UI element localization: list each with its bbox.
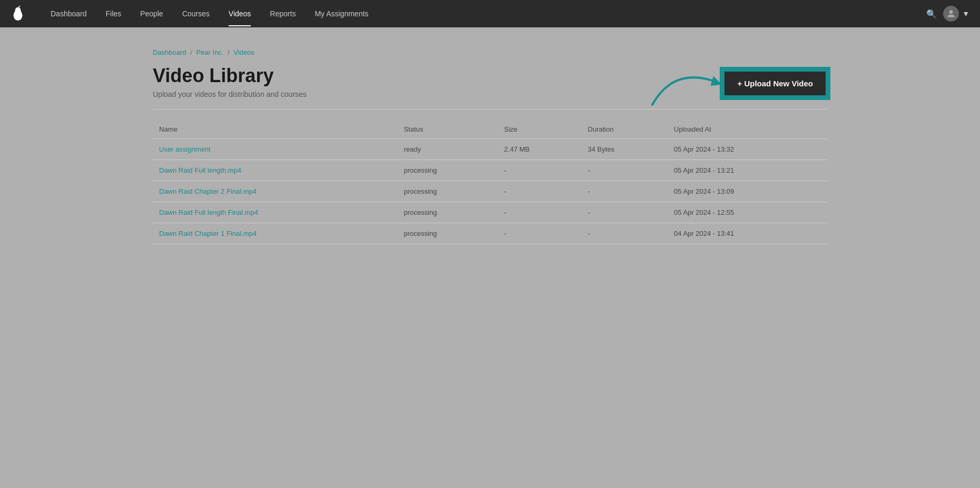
table-header-row: NameStatusSizeDurationUploaded At	[153, 120, 827, 139]
nav-link-people[interactable]: People	[131, 1, 173, 26]
header-right: + Upload New Video	[723, 65, 827, 97]
row-1-status: processing	[397, 160, 497, 181]
breadcrumb-item-0[interactable]: Dashboard	[153, 48, 187, 56]
user-menu[interactable]: ▼	[943, 6, 969, 22]
col-header-name: Name	[153, 120, 397, 139]
table-row: User assignmentready2.47 MB34 Bytes05 Ap…	[153, 139, 827, 160]
video-table: NameStatusSizeDurationUploaded At User a…	[153, 120, 827, 244]
svg-point-1	[15, 7, 21, 14]
row-0-name: User assignment	[153, 139, 397, 160]
divider	[153, 109, 827, 109]
row-2-size: -	[498, 181, 582, 202]
col-header-size: Size	[498, 120, 582, 139]
upload-new-video-button[interactable]: + Upload New Video	[723, 70, 827, 97]
upload-button-wrapper: + Upload New Video	[723, 70, 827, 97]
row-1-size: -	[498, 160, 582, 181]
app-logo[interactable]	[11, 6, 25, 22]
breadcrumb-separator: /	[189, 48, 194, 56]
row-2-duration: -	[582, 181, 668, 202]
avatar	[943, 6, 959, 22]
breadcrumb: Dashboard / Pear Inc. / Videos	[153, 48, 827, 56]
table-row: Dawn Raid Full length Final.mp4processin…	[153, 202, 827, 223]
main-content: Dashboard / Pear Inc. / Videos Video Lib…	[121, 27, 859, 265]
navbar-right: 🔍 ▼	[918, 5, 969, 23]
nav-link-my-assignments[interactable]: My Assignments	[305, 1, 378, 26]
row-1-name: Dawn Raid Full length.mp4	[153, 160, 397, 181]
breadcrumb-item-1[interactable]: Pear Inc.	[196, 48, 223, 56]
row-1-name-link[interactable]: Dawn Raid Full length.mp4	[159, 166, 241, 174]
nav-link-dashboard[interactable]: Dashboard	[41, 1, 96, 26]
row-0-size: 2.47 MB	[498, 139, 582, 160]
table-header: NameStatusSizeDurationUploaded At	[153, 120, 827, 139]
row-2-uploaded-at: 05 Apr 2024 - 13:09	[668, 181, 827, 202]
row-2-name: Dawn Raid Chapter 2 Final.mp4	[153, 181, 397, 202]
row-0-uploaded-at: 05 Apr 2024 - 13:32	[668, 139, 827, 160]
row-1-uploaded-at: 05 Apr 2024 - 13:21	[668, 160, 827, 181]
navbar: DashboardFilesPeopleCoursesVideosReports…	[0, 0, 980, 27]
row-4-uploaded-at: 04 Apr 2024 - 13:41	[668, 223, 827, 244]
svg-point-2	[949, 10, 953, 14]
table-row: Dawn Raid Chapter 2 Final.mp4processing-…	[153, 181, 827, 202]
row-3-size: -	[498, 202, 582, 223]
row-4-name-link[interactable]: Dawn Raid Chapter 1 Final.mp4	[159, 230, 257, 237]
page-subtitle: Upload your videos for distribution and …	[153, 90, 307, 98]
col-header-status: Status	[397, 120, 497, 139]
annotation-arrow	[648, 54, 732, 117]
nav-link-files[interactable]: Files	[96, 1, 131, 26]
col-header-duration: Duration	[582, 120, 668, 139]
header-row: Video Library Upload your videos for dis…	[153, 65, 827, 98]
chevron-down-icon: ▼	[962, 9, 969, 18]
table-row: Dawn Raid Chapter 1 Final.mp4processing-…	[153, 223, 827, 244]
row-2-status: processing	[397, 181, 497, 202]
table-body: User assignmentready2.47 MB34 Bytes05 Ap…	[153, 139, 827, 244]
page-title: Video Library	[153, 65, 307, 87]
header-left: Video Library Upload your videos for dis…	[153, 65, 307, 98]
row-2-name-link[interactable]: Dawn Raid Chapter 2 Final.mp4	[159, 187, 257, 195]
row-4-name: Dawn Raid Chapter 1 Final.mp4	[153, 223, 397, 244]
row-4-status: processing	[397, 223, 497, 244]
row-1-duration: -	[582, 160, 668, 181]
breadcrumb-item-2[interactable]: Videos	[233, 48, 254, 56]
row-0-name-link[interactable]: User assignment	[159, 145, 211, 153]
row-0-status: ready	[397, 139, 497, 160]
nav-links: DashboardFilesPeopleCoursesVideosReports…	[41, 1, 918, 26]
nav-link-videos[interactable]: Videos	[219, 1, 261, 26]
row-3-name: Dawn Raid Full length Final.mp4	[153, 202, 397, 223]
nav-link-reports[interactable]: Reports	[260, 1, 305, 26]
breadcrumb-separator: /	[226, 48, 231, 56]
row-4-duration: -	[582, 223, 668, 244]
svg-marker-3	[710, 76, 722, 86]
row-4-size: -	[498, 223, 582, 244]
row-3-uploaded-at: 05 Apr 2024 - 12:55	[668, 202, 827, 223]
table-row: Dawn Raid Full length.mp4processing--05 …	[153, 160, 827, 181]
nav-link-courses[interactable]: Courses	[173, 1, 219, 26]
search-icon[interactable]: 🔍	[922, 5, 941, 23]
row-3-duration: -	[582, 202, 668, 223]
row-3-status: processing	[397, 202, 497, 223]
col-header-uploaded_at: Uploaded At	[668, 120, 827, 139]
row-3-name-link[interactable]: Dawn Raid Full length Final.mp4	[159, 208, 258, 216]
row-0-duration: 34 Bytes	[582, 139, 668, 160]
